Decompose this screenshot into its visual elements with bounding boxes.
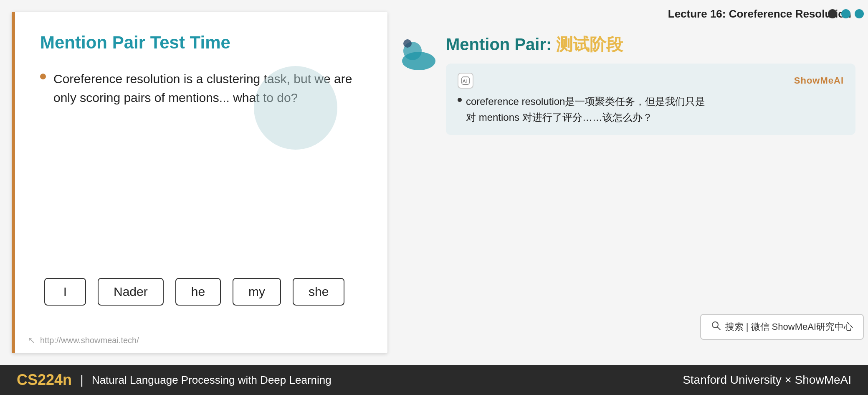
translation-card-wrapper: Mention Pair: 测试阶段 AI ShowMeAI	[400, 33, 855, 135]
right-panel: Lecture 16: Coreference Resolution Menti…	[387, 0, 868, 365]
svg-text:AI: AI	[463, 79, 467, 84]
dot-2	[841, 9, 850, 18]
mention-pair-title: Mention Pair: 测试阶段	[446, 33, 855, 56]
slide-panel: Mention Pair Test Time Coreference resol…	[12, 12, 387, 353]
token-I: I	[44, 278, 86, 306]
translation-line2: 对 mentions 对进行了评分……该怎么办？	[466, 112, 653, 123]
token-Nader: Nader	[98, 278, 164, 306]
translation-bullet: coreference resolution是一项聚类任务，但是我们只是 对 m…	[458, 94, 844, 126]
translation-box-header: AI ShowMeAI	[458, 73, 844, 89]
ai-icon: AI	[458, 73, 473, 89]
footer-url: http://www.showmeai.tech/	[40, 336, 139, 345]
translation-line1: coreference resolution是一项聚类任务，但是我们只是	[466, 96, 705, 107]
token-my: my	[233, 278, 281, 306]
mention-pair-title-part1: Mention Pair:	[446, 35, 556, 54]
slide-footer: ↖ http://www.showmeai.tech/	[15, 331, 387, 353]
trans-dot	[458, 98, 462, 102]
subtitle-text: Natural Language Processing with Deep Le…	[92, 374, 332, 387]
svg-line-6	[717, 327, 720, 330]
mention-pair-title-part2: 测试阶段	[556, 35, 623, 54]
translation-box: AI ShowMeAI coreference resolution是一项聚类任…	[446, 64, 855, 135]
showmeai-label: ShowMeAI	[794, 75, 844, 86]
bottom-right: Stanford University × ShowMeAI	[683, 373, 851, 387]
bottom-left: CS224n | Natural Language Processing wit…	[17, 371, 332, 389]
token-he: he	[175, 278, 221, 306]
circle-decoration	[254, 66, 337, 150]
dot-3	[855, 9, 864, 18]
slide-title: Mention Pair Test Time	[40, 33, 362, 53]
pipe: |	[80, 373, 84, 387]
dot-1	[828, 9, 837, 18]
right-content: Mention Pair: 测试阶段 AI ShowMeAI	[446, 33, 855, 135]
dots-row	[828, 9, 864, 18]
svg-point-2	[403, 39, 412, 48]
cursor-icon: ↖	[28, 335, 35, 346]
search-bar[interactable]: 搜索 | 微信 ShowMeAI研究中心	[700, 314, 864, 340]
translation-text: coreference resolution是一项聚类任务，但是我们只是 对 m…	[466, 94, 705, 126]
bullet-dot-icon	[40, 74, 46, 79]
stanford-showmeai: Stanford University × ShowMeAI	[683, 373, 851, 386]
token-row: I Nader he my she	[44, 278, 362, 314]
search-bar-label: 搜索 | 微信 ShowMeAI研究中心	[725, 321, 853, 332]
token-she: she	[293, 278, 344, 306]
search-icon	[711, 321, 721, 333]
mention-pair-icon	[400, 35, 438, 73]
lecture-title: Lecture 16: Coreference Resolution	[400, 0, 855, 20]
cs224n-label: CS224n	[17, 371, 72, 389]
search-bar-wrapper: 搜索 | 微信 ShowMeAI研究中心	[700, 314, 864, 340]
bottom-bar: CS224n | Natural Language Processing wit…	[0, 365, 868, 395]
search-text: 搜索 | 微信 ShowMeAI研究中心	[725, 321, 853, 333]
